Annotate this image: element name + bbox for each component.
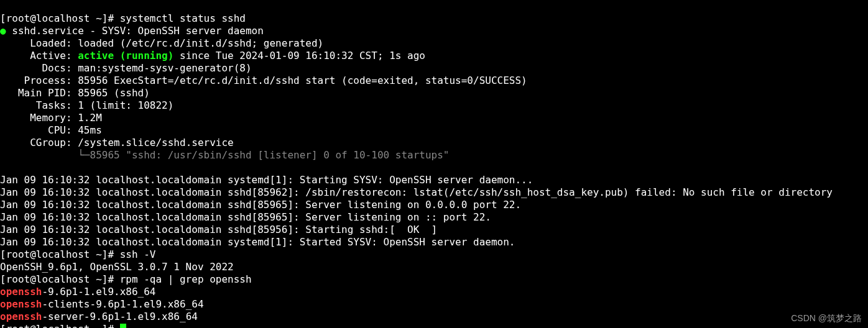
log-line: Jan 09 16:10:32 localhost.localdomain sy… (0, 174, 533, 186)
status-cgroup-tree-line: └─85965 "sshd: /usr/sbin/sshd [listener]… (0, 149, 449, 161)
prompt-prefix: [root@localhost ~]# (0, 248, 120, 260)
watermark-text: CSDN @筑梦之路 (791, 312, 862, 324)
rpm-result-line: openssh-9.6p1-1.el9.x86_64 (0, 286, 155, 298)
status-loaded-line: Loaded: loaded (/etc/rc.d/init.d/sshd; g… (0, 37, 323, 49)
grep-match: openssh (0, 286, 42, 298)
prompt-prefix: [root@localhost ~]# (0, 323, 120, 328)
status-mainpid-line: Main PID: 85965 (sshd) (0, 87, 150, 99)
grep-match: openssh (0, 298, 42, 310)
prompt-prefix: [root@localhost ~]# (0, 12, 120, 24)
status-service-line: ● sshd.service - SYSV: OpenSSH server da… (0, 25, 264, 37)
prompt-prefix: [root@localhost ~]# (0, 273, 120, 285)
status-cpu-line: CPU: 45ms (0, 124, 102, 136)
status-docs-line: Docs: man:systemd-sysv-generator(8) (0, 62, 252, 74)
status-cgroup-line: CGroup: /system.slice/sshd.service (0, 137, 234, 148)
status-dot-icon: ● (0, 25, 6, 37)
log-line: Jan 09 16:10:32 localhost.localdomain ss… (0, 211, 491, 223)
prompt-line: [root@localhost ~]# ssh -V (0, 248, 155, 260)
log-line: Jan 09 16:10:32 localhost.localdomain ss… (0, 199, 521, 211)
rpm-result-line: openssh-server-9.6p1-1.el9.x86_64 (0, 311, 198, 322)
command-text: ssh -V (120, 248, 156, 260)
prompt-line: [root@localhost ~]# rpm -qa | grep opens… (0, 273, 252, 285)
prompt-line: [root@localhost ~]# systemctl status ssh… (0, 12, 246, 24)
active-status: active (running) (78, 50, 173, 62)
ssh-version-line: OpenSSH_9.6p1, OpenSSL 3.0.7 1 Nov 2022 (0, 261, 234, 273)
log-line: Jan 09 16:10:32 localhost.localdomain ss… (0, 224, 437, 235)
cursor-icon (120, 324, 126, 328)
command-text: systemctl status sshd (120, 12, 246, 24)
status-active-line: Active: active (running) since Tue 2024-… (0, 50, 425, 62)
status-tasks-line: Tasks: 1 (limit: 10822) (0, 99, 173, 111)
rpm-result-line: openssh-clients-9.6p1-1.el9.x86_64 (0, 298, 204, 310)
status-process-line: Process: 85956 ExecStart=/etc/rc.d/init.… (0, 75, 527, 86)
blank-line (0, 162, 6, 173)
log-line: Jan 09 16:10:32 localhost.localdomain ss… (0, 186, 833, 198)
status-memory-line: Memory: 1.2M (0, 112, 102, 124)
terminal-output[interactable]: [root@localhost ~]# systemctl status ssh… (0, 0, 868, 328)
grep-match: openssh (0, 311, 42, 322)
prompt-line: [root@localhost ~]# (0, 323, 126, 328)
command-text: rpm -qa | grep openssh (120, 273, 252, 285)
log-line: Jan 09 16:10:32 localhost.localdomain sy… (0, 236, 515, 248)
